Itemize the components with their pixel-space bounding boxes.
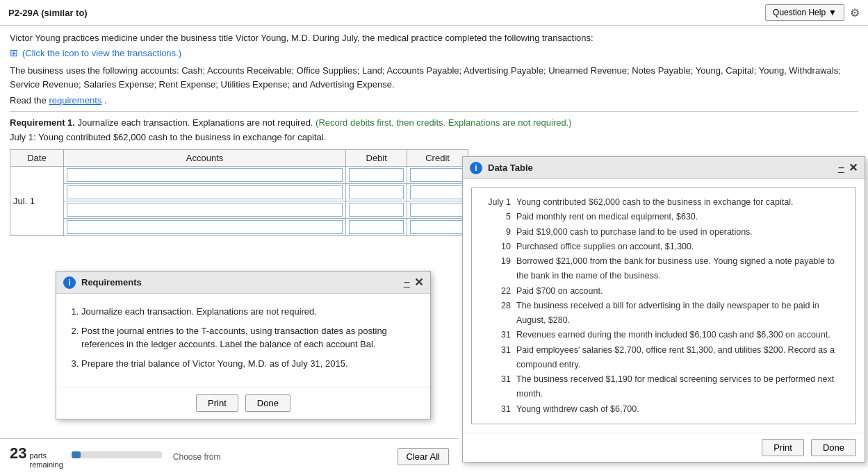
dt-text: Borrowed $21,000 from the bank for busin… — [516, 254, 846, 284]
table-row — [10, 219, 468, 236]
datatable-done-button[interactable]: Done — [811, 439, 856, 456]
dt-text: Purchased office supplies on account, $1… — [516, 240, 846, 254]
datatable-close-button[interactable]: ✕ — [849, 161, 858, 174]
clear-all-button[interactable]: Clear All — [398, 448, 449, 465]
choose-from-label: Choose from — [173, 452, 221, 462]
account-input-4[interactable] — [67, 220, 343, 234]
credit-input-4[interactable] — [410, 220, 465, 234]
modal-requirements-title: Requirements — [81, 277, 142, 288]
list-item: 31 Paid employees' salaries $2,700, offi… — [482, 343, 846, 373]
account-cell-3 — [63, 201, 345, 219]
list-item: 5 Paid monthly rent on medical equipment… — [482, 210, 846, 224]
list-item: 31 Young withdrew cash of $6,700. — [482, 402, 846, 417]
intro-text: Victor Young practices medicine under th… — [10, 33, 858, 43]
account-cell-1 — [63, 167, 345, 184]
info-icon: i — [63, 276, 76, 289]
dt-text: Paid $700 on account. — [516, 284, 846, 299]
account-input-2[interactable] — [67, 185, 343, 199]
credit-cell-1 — [407, 167, 468, 184]
datatable-info-icon: i — [470, 162, 482, 174]
debit-input-1[interactable] — [349, 168, 404, 182]
progress-bar — [72, 451, 162, 458]
dt-text: The business received $1,190 for medical… — [516, 372, 846, 402]
read-label: Read the — [10, 95, 49, 106]
req-label: Requirement 1. — [10, 117, 75, 128]
datatable-modal: i Data Table − ✕ July 1 Young contribute… — [462, 156, 865, 462]
list-item: Prepare the trial balance of Victor Youn… — [81, 357, 419, 371]
debit-cell-1 — [346, 167, 407, 184]
requirements-link[interactable]: requirements — [49, 95, 101, 106]
date-cell: Jul. 1 — [10, 167, 64, 236]
july-text: July 1: Young contributed $62,000 cash t… — [10, 132, 858, 142]
list-item: 31 The business received $1,190 for medi… — [482, 372, 846, 402]
account-input-3[interactable] — [67, 203, 343, 217]
dt-num: 19 — [482, 254, 516, 284]
table-row: Jul. 1 — [10, 167, 468, 184]
click-icon-text[interactable]: (Click the icon to view the transactions… — [22, 48, 181, 58]
datatable-minimize-button[interactable]: − — [838, 162, 844, 174]
dt-num: 31 — [482, 343, 516, 373]
col-debit: Debit — [346, 150, 407, 167]
datatable-body: July 1 Young contributed $62,000 cash to… — [463, 179, 865, 433]
req-green-text: (Record debits first, then credits. Expl… — [316, 117, 572, 128]
account-input-1[interactable] — [67, 168, 343, 182]
dt-text: Paid employees' salaries $2,700, office … — [516, 343, 846, 373]
grid-icon: ⊞ — [10, 47, 18, 58]
bottom-bar: 23 parts remaining Choose from Clear All — [0, 438, 459, 475]
dt-num: 9 — [482, 225, 516, 240]
progress-bar-fill — [72, 451, 81, 458]
question-help-button[interactable]: Question Help ▼ — [765, 4, 844, 21]
req-text: Journalize each transaction. Explanation… — [78, 117, 316, 128]
requirements-modal: i Requirements − ✕ Journalize each trans… — [56, 271, 431, 419]
dt-num: 22 — [482, 284, 516, 299]
modal-requirements-header: i Requirements − ✕ — [56, 272, 430, 294]
dt-num: 28 — [482, 299, 516, 328]
dt-num: 31 — [482, 402, 516, 417]
requirements-print-button[interactable]: Print — [196, 394, 238, 412]
list-item: 19 Borrowed $21,000 from the bank for bu… — [482, 254, 846, 284]
table-row — [10, 184, 468, 201]
table-row — [10, 201, 468, 219]
dt-num: 10 — [482, 240, 516, 254]
dt-num: 31 — [482, 372, 516, 402]
debit-input-4[interactable] — [349, 220, 404, 234]
dt-text: Young withdrew cash of $6,700. — [516, 402, 846, 417]
datatable-inner: July 1 Young contributed $62,000 cash to… — [471, 188, 856, 424]
requirements-done-button[interactable]: Done — [245, 394, 290, 412]
credit-cell-2 — [407, 184, 468, 201]
debit-input-2[interactable] — [349, 185, 404, 199]
credit-input-3[interactable] — [410, 203, 465, 217]
requirements-list: Journalize each transaction. Explanation… — [67, 305, 419, 370]
period: . — [104, 95, 107, 106]
requirement-header: Requirement 1. Journalize each transacti… — [10, 117, 858, 128]
datatable-modal-header: i Data Table − ✕ — [463, 157, 865, 179]
debit-cell-2 — [346, 184, 407, 201]
parts-label: parts — [29, 451, 63, 460]
datatable-print-button[interactable]: Print — [762, 439, 804, 456]
datatable-modal-title: Data Table — [488, 162, 533, 173]
parts-number: 23 — [10, 444, 26, 462]
list-item: July 1 Young contributed $62,000 cash to… — [482, 195, 846, 210]
question-help-label: Question Help — [773, 8, 826, 17]
credit-cell-3 — [407, 201, 468, 219]
list-item: 28 The business received a bill for adve… — [482, 299, 846, 328]
debit-cell-4 — [346, 219, 407, 236]
account-cell-2 — [63, 184, 345, 201]
debit-cell-3 — [346, 201, 407, 219]
list-item: Journalize each transaction. Explanation… — [81, 305, 419, 319]
debit-input-3[interactable] — [349, 203, 404, 217]
gear-icon[interactable]: ⚙ — [850, 6, 860, 19]
col-date: Date — [10, 150, 64, 167]
credit-input-1[interactable] — [410, 168, 465, 182]
list-item: 10 Purchased office supplies on account,… — [482, 240, 846, 254]
requirements-close-button[interactable]: ✕ — [414, 276, 423, 289]
list-item: 22 Paid $700 on account. — [482, 284, 846, 299]
dt-num: 31 — [482, 328, 516, 342]
account-cell-4 — [63, 219, 345, 236]
credit-input-2[interactable] — [410, 185, 465, 199]
journal-table: Date Accounts Debit Credit Jul. 1 — [10, 149, 468, 236]
col-accounts: Accounts — [63, 150, 345, 167]
dt-num: 5 — [482, 210, 516, 224]
requirements-minimize-button[interactable]: − — [404, 276, 410, 289]
list-item: 31 Revenues earned during the month incl… — [482, 328, 846, 342]
